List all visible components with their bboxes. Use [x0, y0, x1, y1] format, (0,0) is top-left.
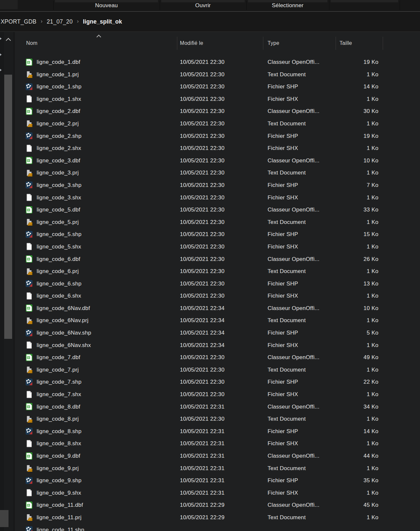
file-size: 1 Ko	[334, 487, 378, 499]
file-type: Classeur OpenOffi...	[268, 302, 320, 315]
file-row[interactable]: ligne_code_6.shx 10/05/2021 22:30 Fichie…	[0, 290, 420, 302]
scroll-up-arrow-icon[interactable]	[6, 38, 11, 43]
file-row[interactable]: ligne_code_5.shp 10/05/2021 22:30 Fichie…	[0, 228, 420, 241]
prj-file-icon	[26, 465, 33, 472]
file-name: ligne_code_11.shp	[37, 524, 84, 531]
breadcrumb-segment-export-gdb[interactable]: XPORT_GDB	[1, 18, 36, 25]
calc-file-icon	[26, 354, 33, 361]
file-row[interactable]: ligne_code_1.dbf 10/05/2021 22:30 Classe…	[0, 56, 420, 68]
file-row[interactable]: ligne_code_3.shx 10/05/2021 22:30 Fichie…	[0, 192, 420, 204]
column-header-type[interactable]: Type	[268, 36, 279, 50]
file-row[interactable]: ligne_code_7.shp 10/05/2021 22:30 Fichie…	[0, 376, 420, 388]
file-date: 10/05/2021 22:30	[180, 351, 224, 364]
file-row[interactable]: ligne_code_1.shp 10/05/2021 22:30 Fichie…	[0, 81, 420, 93]
file-name: ligne_code_9.dbf	[37, 450, 80, 462]
file-row[interactable]: ligne_code_3.shp 10/05/2021 22:30 Fichie…	[0, 179, 420, 192]
file-row[interactable]: ligne_code_6Nav.shx 10/05/2021 22:34 Fic…	[0, 339, 420, 352]
column-divider[interactable]	[263, 37, 263, 50]
file-row[interactable]: ligne_code_9.shp 10/05/2021 22:31 Fichie…	[0, 474, 420, 487]
file-name: ligne_code_5.prj	[37, 216, 79, 229]
file-name: ligne_code_9.shx	[37, 487, 81, 499]
file-row[interactable]: ligne_code_8.dbf 10/05/2021 22:31 Classe…	[0, 401, 420, 413]
file-row[interactable]: ligne_code_8.shx 10/05/2021 22:31 Fichie…	[0, 437, 420, 450]
file-row[interactable]: ligne_code_2.prj 10/05/2021 22:30 Text D…	[0, 118, 420, 130]
file-date: 10/05/2021 22:30	[180, 228, 224, 241]
file-row[interactable]: ligne_code_6.dbf 10/05/2021 22:30 Classe…	[0, 253, 420, 266]
file-row[interactable]: ligne_code_9.prj 10/05/2021 22:31 Text D…	[0, 462, 420, 475]
file-type: Classeur OpenOffi...	[268, 204, 320, 216]
file-name: ligne_code_5.shx	[37, 241, 81, 253]
calc-file-icon	[26, 255, 33, 263]
file-type: Text Document	[268, 68, 306, 81]
file-row[interactable]: ligne_code_7.prj 10/05/2021 22:30 Text D…	[0, 364, 420, 376]
file-row[interactable]: ligne_code_1.shx 10/05/2021 22:30 Fichie…	[0, 93, 420, 105]
prj-file-icon	[26, 514, 33, 521]
file-row[interactable]: ligne_code_6Nav.prj 10/05/2021 22:34 Tex…	[0, 314, 420, 327]
file-row[interactable]: ligne_code_7.dbf 10/05/2021 22:30 Classe…	[0, 351, 420, 364]
file-name: ligne_code_6Nav.dbf	[37, 302, 90, 315]
column-header-taille[interactable]: Taille	[340, 36, 352, 50]
file-type: Text Document	[268, 413, 306, 425]
file-row[interactable]: ligne_code_5.prj 10/05/2021 22:30 Text D…	[0, 216, 420, 229]
file-name: ligne_code_6.shx	[37, 290, 81, 302]
file-row[interactable]: ligne_code_1.prj 10/05/2021 22:30 Text D…	[0, 68, 420, 81]
file-name: ligne_code_8.prj	[37, 413, 79, 425]
file-row[interactable]: ligne_code_3.prj 10/05/2021 22:30 Text D…	[0, 167, 420, 179]
file-size: 1 Ko	[334, 192, 378, 204]
column-divider[interactable]	[336, 37, 336, 50]
file-row[interactable]: ligne_code_9.shx 10/05/2021 22:31 Fichie…	[0, 487, 420, 499]
ribbon-group-nouveau[interactable]: Nouveau	[53, 0, 160, 11]
file-row[interactable]: ligne_code_5.shx 10/05/2021 22:30 Fichie…	[0, 241, 420, 253]
ribbon-group-selectionner[interactable]: Sélectionner	[246, 0, 329, 11]
file-size: 22 Ko	[334, 376, 378, 388]
file-size: 33 Ko	[334, 204, 378, 216]
file-size: 10 Ko	[334, 155, 378, 167]
breadcrumb-segment-current-folder[interactable]: ligne_split_ok	[83, 18, 122, 25]
shp-file-icon	[26, 329, 33, 337]
file-type: Fichier SHX	[268, 192, 298, 204]
file-date: 10/05/2021 22:30	[180, 241, 224, 253]
tree-expand-arrow-icon[interactable]	[0, 37, 2, 41]
file-row[interactable]: ligne_code_6Nav.shp 10/05/2021 22:34 Fic…	[0, 327, 420, 339]
file-row[interactable]: ligne_code_2.dbf 10/05/2021 22:30 Classe…	[0, 105, 420, 118]
file-date: 10/05/2021 22:30	[180, 56, 224, 68]
file-size: 45 Ko	[334, 499, 378, 511]
file-date: 10/05/2021 22:31	[180, 487, 224, 499]
shx-file-icon	[26, 440, 33, 447]
file-size	[334, 524, 378, 531]
file-row[interactable]: ligne_code_11.dbf 10/05/2021 22:29 Class…	[0, 499, 420, 511]
file-row[interactable]: ligne_code_3.dbf 10/05/2021 22:30 Classe…	[0, 155, 420, 167]
column-divider[interactable]	[177, 37, 177, 50]
file-row[interactable]: ligne_code_2.shp 10/05/2021 22:30 Fichie…	[0, 130, 420, 142]
column-header-nom[interactable]: Nom	[26, 36, 38, 50]
file-size: 14 Ko	[334, 425, 378, 438]
ribbon-group-ouvrir[interactable]: Ouvrir	[160, 0, 246, 11]
file-date: 10/05/2021 22:30	[180, 167, 224, 179]
file-name: ligne_code_5.shp	[37, 228, 81, 241]
file-row[interactable]: ligne_code_6.prj 10/05/2021 22:30 Text D…	[0, 265, 420, 278]
file-date: 10/05/2021 22:30	[180, 413, 224, 425]
file-row[interactable]: ligne_code_11.prj 10/05/2021 22:29 Text …	[0, 511, 420, 524]
prj-file-icon	[26, 169, 33, 176]
file-row[interactable]: ligne_code_5.dbf 10/05/2021 22:30 Classe…	[0, 204, 420, 216]
shp-file-icon	[26, 83, 33, 90]
file-name: ligne_code_1.shx	[37, 93, 81, 105]
calc-file-icon	[26, 108, 33, 115]
column-header-modifie[interactable]: Modifié le	[180, 36, 203, 50]
breadcrumb-segment-21-07-20[interactable]: 21_07_20	[47, 18, 73, 25]
file-row[interactable]: ligne_code_6Nav.dbf 10/05/2021 22:34 Cla…	[0, 302, 420, 315]
file-row[interactable]: ligne_code_8.prj 10/05/2021 22:30 Text D…	[0, 413, 420, 425]
file-type: Classeur OpenOffi...	[268, 56, 320, 68]
file-type: Fichier SHP	[268, 474, 298, 487]
file-name: ligne_code_6.shp	[37, 278, 81, 290]
file-row[interactable]: ligne_code_7.shx 10/05/2021 22:30 Fichie…	[0, 388, 420, 401]
file-row[interactable]: ligne_code_9.dbf 10/05/2021 22:31 Classe…	[0, 450, 420, 462]
file-row[interactable]: ligne_code_8.shp 10/05/2021 22:31 Fichie…	[0, 425, 420, 438]
file-row[interactable]: ligne_code_2.shx 10/05/2021 22:30 Fichie…	[0, 142, 420, 155]
file-type: Text Document	[268, 314, 306, 327]
column-divider[interactable]	[383, 37, 383, 50]
file-row[interactable]: ligne_code_6.shp 10/05/2021 22:30 Fichie…	[0, 278, 420, 290]
shx-file-icon	[26, 243, 33, 250]
file-row[interactable]: ligne_code_11.shp	[0, 524, 420, 531]
file-date: 10/05/2021 22:31	[180, 437, 224, 450]
